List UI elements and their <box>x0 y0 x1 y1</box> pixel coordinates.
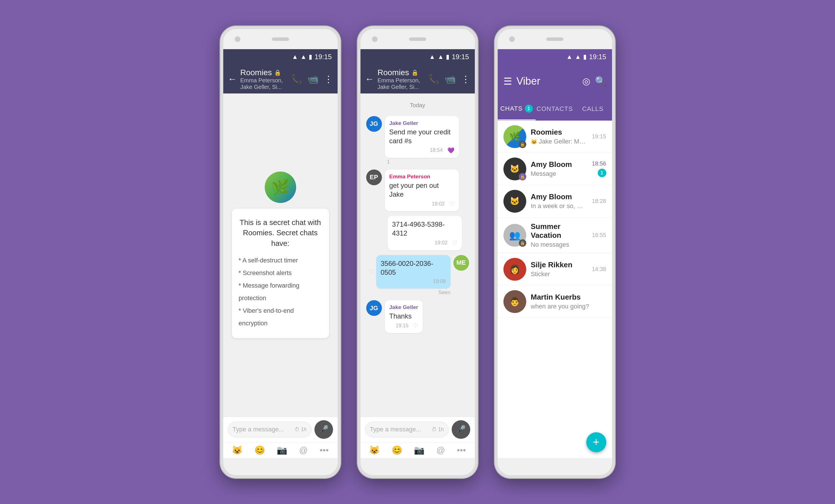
wifi-icon-3: ▲ <box>566 53 573 61</box>
phone-screen-3: ▲ ▲ ▮ 19:15 ☰ Viber ◎ 🔍 CHATS 1 CONTACTS <box>498 49 612 458</box>
more-input-icon-1[interactable]: ••• <box>320 445 329 455</box>
message-input-1[interactable]: Type a message... ⏱ 1h <box>228 422 311 437</box>
phone-camera-1 <box>235 36 240 42</box>
phone-1: ▲ ▲ ▮ 19:15 ← Roomies 🔒 Emma Peterson, J… <box>220 26 341 478</box>
status-icons-1: ▲ ▲ ▮ 19:15 <box>292 53 332 61</box>
phone-icon-1[interactable]: 📞 <box>291 74 302 85</box>
chat-time-summer: 16:55 <box>592 232 606 238</box>
hamburger-icon[interactable]: ☰ <box>503 76 512 87</box>
msg-text-1: Send me your credit card #s <box>389 127 454 145</box>
message-row-1: JG Jake Geller Send me your credit card … <box>366 116 469 165</box>
signal-icon-3: ▲ <box>575 53 581 61</box>
msg-bubble-2: Emma Peterson get your pen out Jake 19:0… <box>385 169 459 211</box>
viber-logo-icon: ◎ <box>582 76 590 87</box>
phone-3: ▲ ▲ ▮ 19:15 ☰ Viber ◎ 🔍 CHATS 1 CONTACTS <box>495 26 615 478</box>
fab-new-chat[interactable]: + <box>586 432 606 452</box>
viber-title: Viber <box>516 75 578 87</box>
battery-icon: ▮ <box>309 53 312 61</box>
chat-item-amy-1[interactable]: 🐱 🔒 Amy Bloom Message 18:56 1 <box>498 153 612 185</box>
mic-button-1[interactable]: 🎤 <box>314 420 333 439</box>
status-bar-1: ▲ ▲ ▮ 19:15 <box>223 49 338 65</box>
tabs-bar: CHATS 1 CONTACTS CALLS <box>498 98 612 121</box>
phone-2: ▲ ▲ ▮ 19:15 ← Roomies 🔒 Emma Peterson, J… <box>358 26 478 478</box>
chat-item-martin[interactable]: 👨 Martin Kuerbs when are you going? <box>498 286 612 318</box>
status-icons-2: ▲ ▲ ▮ 19:15 <box>429 53 469 61</box>
at-icon-2[interactable]: @ <box>436 445 445 455</box>
message-row-4: ME ♡ 3566-0020-2036-0505 19:08 Seen <box>366 255 469 296</box>
back-button-1[interactable]: ← <box>228 74 237 84</box>
battery-icon-3: ▮ <box>583 53 587 61</box>
header-info-2: Roomies 🔒 Emma Peterson, Jake Geller, Si… <box>378 68 425 90</box>
tab-contacts[interactable]: CONTACTS <box>536 98 574 120</box>
tab-calls[interactable]: CALLS <box>574 98 612 120</box>
msg-meta-2: 19:02 ♡ <box>389 200 454 207</box>
camera-icon-2[interactable]: 📷 <box>414 445 425 455</box>
phone-top-bar-2 <box>361 29 475 49</box>
video-icon-2[interactable]: 📹 <box>445 74 456 85</box>
tab-chats[interactable]: CHATS 1 <box>498 98 536 120</box>
status-bar-2: ▲ ▲ ▮ 19:15 <box>361 49 475 65</box>
chat-info-amy2: Amy Bloom In a week or so, when im back … <box>531 193 587 210</box>
feature-1: * A self-destruct timer <box>239 254 322 267</box>
chat-meta-summer: 16:55 <box>592 232 606 238</box>
viber-header-icons: ◎ 🔍 <box>582 76 606 87</box>
input-icons-1: 😺 😊 📷 @ ••• <box>223 442 338 458</box>
chat-item-silje[interactable]: 👩 Silje Rikken Sticker 14:38 <box>498 253 612 286</box>
phone-bottom-3 <box>498 458 612 475</box>
secret-card: This is a secret chat with Roomies. Secr… <box>232 209 329 338</box>
msg-bubble-4: 3566-0020-2036-0505 19:08 <box>376 255 450 288</box>
msg-heart-1[interactable]: 💜 <box>447 147 454 154</box>
tab-chats-badge: 1 <box>525 105 533 113</box>
more-input-icon-2[interactable]: ••• <box>457 445 466 455</box>
sticker-icon-2[interactable]: 😺 <box>369 445 380 455</box>
more-icon-2[interactable]: ⋮ <box>461 74 470 85</box>
emoji-icon-1[interactable]: 😊 <box>254 445 265 455</box>
status-time-3: 19:15 <box>589 53 606 61</box>
camera-icon-1[interactable]: 📷 <box>277 445 287 455</box>
msg-time-3: 19:02 <box>434 240 447 246</box>
feature-3: * Message forwarding protection <box>239 279 322 304</box>
phone-speaker-2 <box>409 37 426 41</box>
chat-name-martin: Martin Kuerbs <box>531 293 602 302</box>
header-subtitle-2: Emma Peterson, Jake Geller, Si... <box>378 77 425 90</box>
chat-info-amy1: Amy Bloom Message <box>531 160 587 178</box>
messages-area-2: Today JG Jake Geller Send me your credit… <box>361 94 475 417</box>
phone-icon-2[interactable]: 📞 <box>428 74 440 85</box>
message-row-5: JG Jake Geller Thanks 19:15 ♡ <box>366 300 469 333</box>
phone-top-bar-3 <box>498 29 612 49</box>
msg-read-1: 1 <box>387 159 459 165</box>
header-subtitle-1: Emma Peterson, Jake Geller, Si... <box>240 77 287 90</box>
sticker-icon-1[interactable]: 😺 <box>232 445 242 455</box>
msg-heart-4[interactable]: ♡ <box>369 268 374 275</box>
wifi-icon-2: ▲ <box>429 53 435 61</box>
mic-button-2[interactable]: 🎤 <box>452 420 470 439</box>
timer-badge-2: ⏱ 1h <box>432 426 444 432</box>
chat-item-roomies[interactable]: 🌿 🔒 Roomies 🐱 Jake Geller: Message 19:15 <box>498 121 612 153</box>
feature-2: * Screenshot alerts <box>239 267 322 279</box>
chat-preview-silje: Sticker <box>531 270 587 278</box>
chat-item-summer[interactable]: 👥 🔒 Summer Vacation No messages 16:55 <box>498 218 612 253</box>
chat-lock-roomies: 🔒 <box>519 141 526 148</box>
msg-avatar-jake-2: JG <box>366 300 382 316</box>
chat-preview-summer: No messages <box>531 241 587 248</box>
timer-icon-2: ⏱ <box>432 426 437 432</box>
chat-info-roomies: Roomies 🐱 Jake Geller: Message <box>531 128 587 145</box>
message-input-2[interactable]: Type a message... ⏱ 1h <box>365 422 449 437</box>
input-bar-1: Type a message... ⏱ 1h 🎤 😺 😊 📷 @ ••• <box>223 417 338 458</box>
msg-heart-5[interactable]: ♡ <box>413 322 418 329</box>
msg-meta-1: 18:54 💜 <box>389 147 454 154</box>
phone-camera-3 <box>509 36 515 42</box>
video-icon-1[interactable]: 📹 <box>307 74 319 85</box>
msg-heart-2[interactable]: ♡ <box>449 200 454 207</box>
more-icon-1[interactable]: ⋮ <box>324 74 333 85</box>
header-actions-2: 📞 📹 ⋮ <box>428 74 470 85</box>
chat-avatar-amy2: 🐱 <box>503 190 526 213</box>
back-button-2[interactable]: ← <box>365 74 374 84</box>
chat-item-amy-2[interactable]: 🐱 Amy Bloom In a week or so, when im bac… <box>498 185 612 218</box>
search-icon[interactable]: 🔍 <box>595 76 606 87</box>
at-icon-1[interactable]: @ <box>299 445 308 455</box>
msg-heart-3[interactable]: ♡ <box>452 240 457 246</box>
input-icons-2: 😺 😊 📷 @ ••• <box>361 442 475 458</box>
chat-meta-silje: 14:38 <box>592 266 606 273</box>
emoji-icon-2[interactable]: 😊 <box>392 445 402 455</box>
